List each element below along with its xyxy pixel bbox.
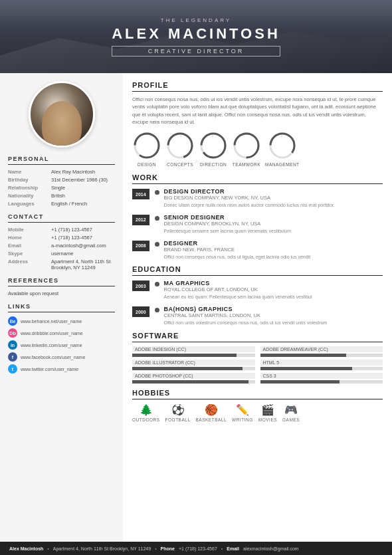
hobby-label: OUTDOORS	[132, 417, 160, 422]
skill-label: CONCEPTS	[167, 162, 193, 167]
skills-row: DESIGN CONCEPTS DIRECTION TEAMWORK	[132, 131, 383, 167]
link-dribbble[interactable]: Db www.dribbble.com/user_name	[8, 328, 115, 338]
software-name: ADOBE PHOTOSHOP (CC)	[132, 373, 255, 379]
personal-languages-value: English / French	[51, 201, 87, 207]
work-dot	[155, 190, 159, 195]
twitter-icon: t	[8, 364, 17, 374]
work-year: 2012	[132, 215, 149, 225]
link-linkedin[interactable]: in www.linkedin.com/user_name	[8, 340, 115, 350]
hobby-item: ✏️ WRITING	[232, 403, 253, 422]
header-legendary: THE LEGENDARY	[112, 17, 280, 23]
hobbies-section-title: HOBBIES	[132, 389, 383, 399]
software-item: HTML 5	[260, 360, 383, 370]
linkedin-icon: in	[8, 340, 17, 350]
education-year: 2003	[132, 280, 149, 291]
software-name: HTML 5	[260, 360, 383, 366]
hobbies-row: 🌲 OUTDOORS ⚽ FOOTBALL 🏀 BASKETBALL ✏️ WR…	[132, 403, 383, 422]
hobby-item: 🌲 OUTDOORS	[132, 403, 160, 422]
work-dot	[155, 216, 159, 221]
work-title: DESIGN DIRECTOR	[164, 188, 335, 195]
work-company: DESIGN COMPANY, BROOKLYN, NY, USA	[164, 221, 291, 227]
work-desc: Pellentesque senaere sem lacinia quam ve…	[164, 228, 291, 235]
software-bar-bg	[260, 367, 383, 370]
personal-nationality-label: Nationality	[8, 193, 51, 199]
personal-relationship-label: Relationship	[8, 185, 51, 191]
software-item: ADOBE PHOTOSHOP (CC)	[132, 373, 255, 384]
header: THE LEGENDARY ALEX MACINTOSH CREATIVE DI…	[0, 0, 392, 73]
personal-name-value: Alex Ray Macintosh	[51, 169, 95, 175]
hobby-item: ⚽ FOOTBALL	[165, 403, 191, 422]
software-bar-bg	[260, 354, 383, 357]
software-bar	[132, 367, 243, 370]
hobby-label: FOOTBALL	[165, 417, 191, 422]
software-bar-bg	[132, 367, 255, 370]
software-bar	[132, 354, 237, 357]
references-text: Available upon request	[8, 290, 115, 296]
software-item: ADOBE ILLUSTRATOR (CC)	[132, 360, 255, 370]
contact-mobile-value: +1 (718) 123-4567	[51, 227, 92, 233]
skill-label: DIRECTION	[200, 162, 227, 167]
footer-address: Apartment 4, North 11th St Brooklyn, NY …	[53, 546, 151, 551]
personal-birthday-label: Birthday	[8, 177, 51, 183]
hobby-icon: ⚽	[171, 403, 185, 416]
personal-nationality-row: Nationality British	[8, 193, 115, 199]
link-twitter[interactable]: t www.twitter.com/user_name	[8, 364, 115, 374]
link-behance[interactable]: Be www.behance.net/user_name	[8, 316, 115, 326]
link-facebook[interactable]: f www.facebook.com/user_name	[8, 352, 115, 362]
personal-relationship-row: Relationship Single	[8, 185, 115, 191]
contact-mobile-row: Mobile +1 (718) 123-4567	[8, 227, 115, 233]
software-bar-bg	[132, 354, 255, 357]
avatar	[29, 81, 95, 148]
contact-fields: Mobile +1 (718) 123-4567 Home +1 (718) 1…	[8, 227, 115, 271]
content-area: PROFILE Offici non consequs nosa nus, od…	[123, 73, 392, 545]
education-desc: Aenean eu leo quam. Pellentesque sem lac…	[164, 294, 312, 300]
education-year: 2000	[132, 306, 149, 317]
software-item: CSS 3	[260, 373, 383, 384]
contact-address-value: Apartment 4, North 11th St Brooklyn, NY …	[51, 259, 115, 271]
hobby-icon: 🎮	[284, 403, 298, 416]
svg-point-5	[201, 134, 225, 158]
footer-email-label: Email	[227, 546, 239, 551]
contact-mobile-label: Mobile	[8, 227, 51, 233]
footer-phone: +1 (718) 123-4567	[179, 546, 217, 551]
education-item: 2000 BA(HONS) GRAPHICS CENTRAL SAINT MAR…	[132, 306, 383, 326]
personal-languages-row: Languages English / French	[8, 201, 115, 207]
work-company: BRAND NEW, PARIS, FRANCE	[164, 247, 311, 253]
skill-item: CONCEPTS	[165, 131, 195, 167]
facebook-icon: f	[8, 352, 17, 362]
links-list: Be www.behance.net/user_name Db www.drib…	[8, 316, 115, 374]
education-item: 2003 MA GRAPHICS ROYAL COLLEGE OF ART, L…	[132, 280, 383, 300]
work-item: 2012 SENIOR DESIGNER DESIGN COMPANY, BRO…	[132, 214, 383, 235]
education-desc: Offici non untis volestrum consequs nosa…	[164, 320, 328, 326]
dribbble-url: www.dribbble.com/user_name	[21, 331, 83, 336]
personal-name-label: Name	[8, 169, 51, 175]
behance-url: www.behance.net/user_name	[21, 319, 82, 324]
hobby-item: 🎬 MOVIES	[258, 403, 277, 422]
hobby-label: WRITING	[232, 417, 253, 422]
software-section-title: SOFTWARE	[132, 332, 383, 342]
hobby-label: MOVIES	[258, 417, 277, 422]
skill-item: DESIGN	[132, 131, 161, 167]
work-year: 2008	[132, 241, 149, 251]
behance-icon: Be	[8, 316, 17, 326]
software-bar-bg	[260, 380, 383, 384]
software-item: ADOBE INDESIGN (CC)	[132, 346, 255, 357]
personal-name-row: Name Alex Ray Macintosh	[8, 169, 115, 175]
work-dot	[155, 242, 159, 247]
contact-skype-label: Skype	[8, 251, 51, 257]
hobby-label: GAMES	[282, 417, 300, 422]
work-desc: Offici non consequs nosa nus, odis ut li…	[164, 254, 311, 261]
personal-section-title: PERSONAL	[8, 156, 115, 165]
work-company: BIG DESIGN COMPANY, NEW YORK, NY, USA	[164, 195, 335, 201]
footer-email: alexmacintosh@gmail.com	[243, 546, 299, 551]
contact-skype-row: Skype username	[8, 251, 115, 257]
work-title: SENIOR DESIGNER	[164, 214, 291, 221]
skill-label: DESIGN	[138, 162, 156, 167]
software-item: ADOBE DREAMWEAVER (CC)	[260, 346, 383, 357]
work-list: 2014 DESIGN DIRECTOR BIG DESIGN COMPANY,…	[132, 188, 383, 260]
skill-item: DIRECTION	[199, 131, 228, 167]
dribbble-icon: Db	[8, 328, 17, 338]
skill-item: TEAMWORK	[232, 131, 261, 167]
software-name: CSS 3	[260, 373, 383, 379]
work-title: DESIGNER	[164, 240, 311, 247]
